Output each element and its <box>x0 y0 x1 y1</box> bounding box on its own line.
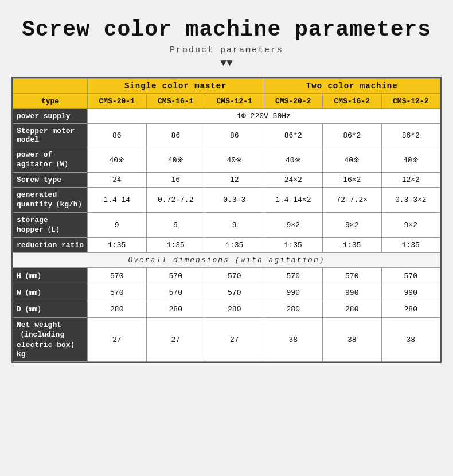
table-row: Screw type 24 16 12 24×2 16×2 12×2 <box>13 173 440 188</box>
stepper-cms162: 86*2 <box>323 124 382 147</box>
screw-cms162: 16×2 <box>323 173 382 188</box>
hopper-cms201: 9 <box>88 213 147 238</box>
d-cms202: 280 <box>264 301 323 318</box>
table-row: D（mm） 280 280 280 280 280 280 <box>13 301 440 318</box>
stepper-cms161: 86 <box>146 124 205 147</box>
h-cms201: 570 <box>88 268 147 284</box>
table-row: Stepper motormodel 86 86 86 86*2 86*2 86… <box>13 124 440 147</box>
type-sub-header: type <box>13 94 88 109</box>
power-supply-value: 1Φ 220V 50Hz <box>88 109 440 124</box>
stepper-cms121: 86 <box>205 124 264 147</box>
gen-quantity-label: generatedquantity（kg/h） <box>13 188 88 213</box>
hopper-cms202: 9×2 <box>264 213 323 238</box>
agitator-cms121: 40※ <box>205 147 264 173</box>
agitator-cms201: 40※ <box>88 147 147 173</box>
hopper-cms121: 9 <box>205 213 264 238</box>
hopper-cms162: 9×2 <box>323 213 382 238</box>
stepper-cms122: 86*2 <box>381 124 440 147</box>
genq-cms162: 72-7.2× <box>323 188 382 213</box>
screw-cms202: 24×2 <box>264 173 323 188</box>
screw-cms122: 12×2 <box>381 173 440 188</box>
hopper-cms122: 9×2 <box>381 213 440 238</box>
h-cms122: 570 <box>381 268 440 284</box>
genq-cms122: 0.3-3×2 <box>381 188 440 213</box>
table-row: Net weight（includingelectric box）kg 27 2… <box>13 318 440 362</box>
power-supply-label: power supply <box>13 109 88 124</box>
agitator-cms161: 40※ <box>146 147 205 173</box>
h-cms202: 570 <box>264 268 323 284</box>
page-title: Screw color machine parameters <box>22 17 431 42</box>
screw-cms201: 24 <box>88 173 147 188</box>
weight-cms162: 38 <box>323 318 382 362</box>
cms-20-1-header: CMS-20-1 <box>88 94 147 109</box>
d-cms121: 280 <box>205 301 264 318</box>
d-label: D（mm） <box>13 301 88 318</box>
cms-12-1-header: CMS-12-1 <box>205 94 264 109</box>
cms-16-2-header: CMS-16-2 <box>323 94 382 109</box>
h-cms161: 570 <box>146 268 205 284</box>
stepper-cms202: 86*2 <box>264 124 323 147</box>
w-cms161: 570 <box>146 284 205 301</box>
table-row: storagehopper（L） 9 9 9 9×2 9×2 9×2 <box>13 213 440 238</box>
d-cms161: 280 <box>146 301 205 318</box>
cms-16-1-header: CMS-16-1 <box>146 94 205 109</box>
screw-cms161: 16 <box>146 173 205 188</box>
table-row: power supply 1Φ 220V 50Hz <box>13 109 440 124</box>
ratio-cms122: 1:35 <box>381 238 440 253</box>
ratio-cms121: 1:35 <box>205 238 264 253</box>
genq-cms161: 0.72-7.2 <box>146 188 205 213</box>
weight-cms202: 38 <box>264 318 323 362</box>
stepper-cms201: 86 <box>88 124 147 147</box>
w-cms201: 570 <box>88 284 147 301</box>
ratio-cms201: 1:35 <box>88 238 147 253</box>
ratio-cms161: 1:35 <box>146 238 205 253</box>
weight-cms201: 27 <box>88 318 147 362</box>
d-cms201: 280 <box>88 301 147 318</box>
cms-12-2-header: CMS-12-2 <box>381 94 440 109</box>
screw-cms121: 12 <box>205 173 264 188</box>
agitator-label: power ofagitator（W） <box>13 147 88 173</box>
w-cms162: 990 <box>323 284 382 301</box>
h-cms121: 570 <box>205 268 264 284</box>
weight-cms121: 27 <box>205 318 264 362</box>
single-color-header: Single color master <box>88 79 264 94</box>
table-row: power ofagitator（W） 40※ 40※ 40※ 40※ 40※ … <box>13 147 440 173</box>
table-row: reduction ratio 1:35 1:35 1:35 1:35 1:35… <box>13 238 440 253</box>
d-cms122: 280 <box>381 301 440 318</box>
storage-hopper-label: storagehopper（L） <box>13 213 88 238</box>
agitator-cms202: 40※ <box>264 147 323 173</box>
parameters-table: Single color master Two color machine ty… <box>11 77 442 363</box>
dimensions-separator: Overall dimensions (with agitation) <box>13 253 440 268</box>
screw-type-label: Screw type <box>13 173 88 188</box>
hopper-cms161: 9 <box>146 213 205 238</box>
w-cms121: 570 <box>205 284 264 301</box>
weight-cms122: 38 <box>381 318 440 362</box>
arrow-icon: ▼▼ <box>220 57 233 69</box>
agitator-cms162: 40※ <box>323 147 382 173</box>
table-row: W（mm） 570 570 570 990 990 990 <box>13 284 440 301</box>
w-cms122: 990 <box>381 284 440 301</box>
w-cms202: 990 <box>264 284 323 301</box>
table-row: H（mm） 570 570 570 570 570 570 <box>13 268 440 284</box>
genq-cms202: 1.4-14×2 <box>264 188 323 213</box>
sub-header-row: type CMS-20-1 CMS-16-1 CMS-12-1 CMS-20-2… <box>13 94 440 109</box>
reduction-ratio-label: reduction ratio <box>13 238 88 253</box>
ratio-cms162: 1:35 <box>323 238 382 253</box>
dimensions-separator-row: Overall dimensions (with agitation) <box>13 253 440 268</box>
h-label: H（mm） <box>13 268 88 284</box>
two-color-header: Two color machine <box>264 79 440 94</box>
table-row: generatedquantity（kg/h） 1.4-14 0.72-7.2 … <box>13 188 440 213</box>
ratio-cms202: 1:35 <box>264 238 323 253</box>
group-header-row: Single color master Two color machine <box>13 79 440 94</box>
net-weight-label: Net weight（includingelectric box）kg <box>13 318 88 362</box>
agitator-cms122: 40※ <box>381 147 440 173</box>
w-label: W（mm） <box>13 284 88 301</box>
genq-cms121: 0.3-3 <box>205 188 264 213</box>
h-cms162: 570 <box>323 268 382 284</box>
d-cms162: 280 <box>323 301 382 318</box>
genq-cms201: 1.4-14 <box>88 188 147 213</box>
page-subtitle: Product parameters <box>170 45 283 55</box>
type-header <box>13 79 88 94</box>
cms-20-2-header: CMS-20-2 <box>264 94 323 109</box>
stepper-motor-label: Stepper motormodel <box>13 124 88 147</box>
